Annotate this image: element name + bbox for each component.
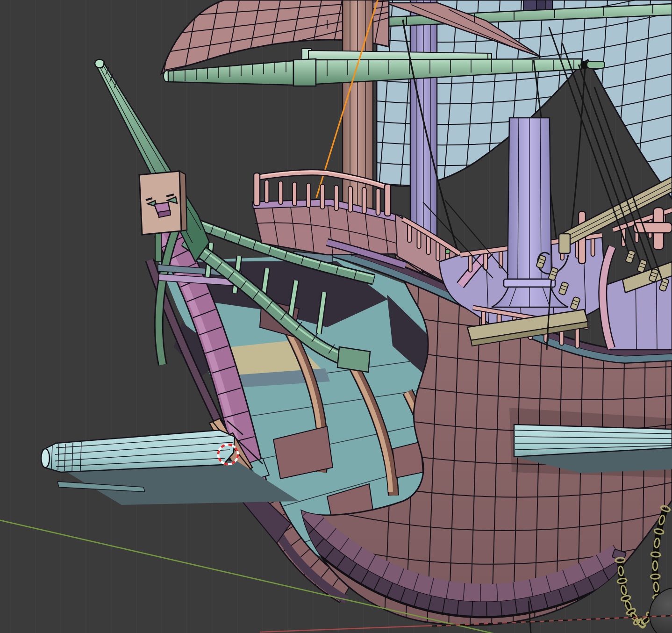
cannonball [650,588,672,633]
viewport-canvas[interactable] [0,0,672,633]
x-axis-line [260,626,435,632]
rigging-bead [445,249,450,254]
blender-3d-viewport[interactable]: n [0,0,672,633]
